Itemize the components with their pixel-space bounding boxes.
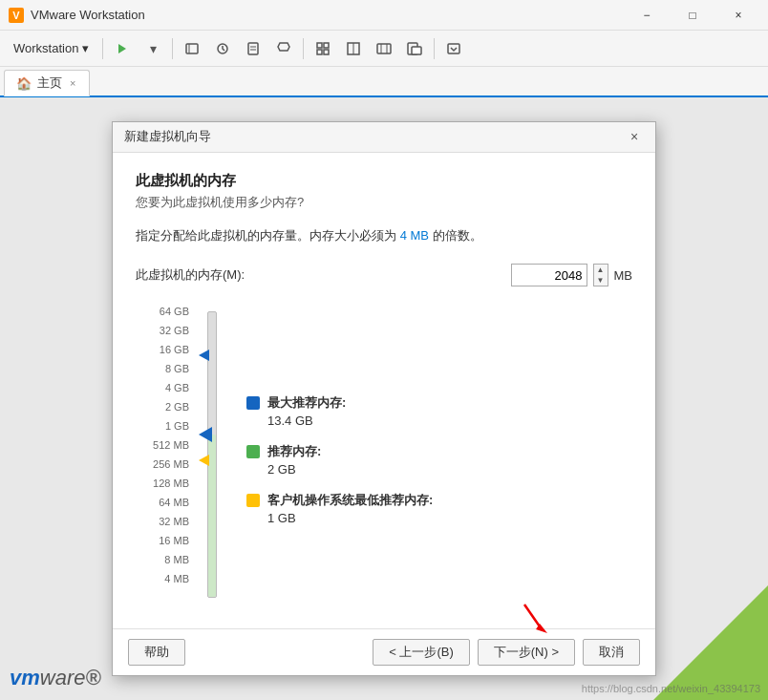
toolbar-btn-2[interactable] (209, 35, 236, 62)
spinner-down[interactable]: ▼ (594, 275, 608, 286)
toolbar-btn-7[interactable] (371, 35, 397, 62)
app-icon: V (8, 7, 25, 24)
cancel-button[interactable]: 取消 (583, 639, 640, 666)
app-title: VMware Workstation (31, 8, 625, 22)
back-button[interactable]: < 上一步(B) (373, 639, 470, 666)
minimize-button[interactable]: − (625, 0, 669, 31)
toolbar-btn-6[interactable] (340, 35, 367, 62)
dialog-section-title: 此虚拟机的内存 (136, 172, 632, 190)
watermark: https://blog.csdn.net/weixin_43394173 (582, 683, 760, 694)
legend-min-title: 客户机操作系统最低推荐内存: (267, 492, 433, 509)
svg-text:V: V (12, 10, 20, 21)
legend-rec-title: 推荐内存: (267, 443, 321, 460)
play-dropdown[interactable]: ▾ (139, 35, 166, 62)
toolbar-btn-8[interactable] (401, 35, 428, 62)
tab-bar: 🏠 主页 × (0, 67, 768, 97)
slider-thumb[interactable] (199, 427, 212, 442)
svg-rect-3 (186, 44, 198, 53)
help-button[interactable]: 帮助 (128, 639, 185, 666)
memory-input[interactable] (511, 264, 587, 286)
slider-labels: 64 GB 32 GB 16 GB 8 GB 4 GB 2 GB 1 GB 51… (136, 302, 193, 598)
dialog-description: 指定分配给此虚拟机的内存量。内存大小必须为 4 MB 的倍数。 (136, 226, 632, 245)
legend-area: 最大推荐内存: 13.4 GB 推荐内存: 2 GB (231, 321, 632, 598)
legend-max: 最大推荐内存: 13.4 GB (246, 394, 632, 428)
memory-label: 此虚拟机的内存(M): (136, 266, 250, 284)
slider-fill (208, 435, 216, 597)
slider-area: 64 GB 32 GB 16 GB 8 GB 4 GB 2 GB 1 GB 51… (136, 302, 632, 598)
title-bar: V VMware Workstation − □ × (0, 0, 768, 31)
dialog-overlay: 新建虚拟机向导 × 此虚拟机的内存 您要为此虚拟机使用多少内存? 指定分配给此虚… (0, 97, 768, 700)
toolbar-btn-9[interactable] (440, 35, 467, 62)
label-16gb: 16 GB (160, 340, 193, 359)
close-button[interactable]: × (716, 0, 760, 31)
memory-slider-track[interactable] (207, 311, 217, 598)
toolbar: Workstation ▾ ▾ (0, 31, 768, 67)
legend-min: 客户机操作系统最低推荐内存: 1 GB (246, 492, 632, 525)
svg-rect-12 (324, 50, 329, 54)
memory-unit: MB (614, 268, 633, 283)
legend-rec-dot (246, 445, 260, 458)
workstation-label: Workstation (13, 41, 78, 55)
toolbar-btn-3[interactable] (240, 35, 267, 62)
dialog-body: 此虚拟机的内存 您要为此虚拟机使用多少内存? 指定分配给此虚拟机的内存量。内存大… (113, 153, 655, 629)
desc-prefix: 指定分配给此虚拟机的内存量。内存大小必须为 (136, 228, 400, 243)
label-64gb: 64 GB (160, 302, 193, 321)
toolbar-sep-2 (172, 38, 173, 59)
toolbar-btn-4[interactable] (270, 35, 297, 62)
label-512mb: 512 MB (153, 435, 193, 455)
label-8gb: 8 GB (165, 359, 193, 378)
label-8mb: 8 MB (164, 550, 193, 569)
toolbar-btn-1[interactable] (179, 35, 205, 62)
dropdown-arrow: ▾ (82, 41, 89, 55)
legend-recommended: 推荐内存: 2 GB (246, 443, 632, 477)
toolbar-sep-4 (434, 38, 435, 59)
label-1gb: 1 GB (165, 416, 193, 435)
next-button[interactable]: 下一步(N) > (478, 639, 575, 666)
label-64mb: 64 MB (159, 493, 193, 512)
desc-highlight: 4 MB (400, 228, 429, 243)
dialog-footer: 帮助 < 上一步(B) 下一步(N) > 取消 (113, 628, 655, 675)
label-256mb: 256 MB (153, 455, 193, 474)
label-128mb: 128 MB (153, 474, 193, 493)
label-4gb: 4 GB (165, 378, 193, 397)
legend-max-title: 最大推荐内存: (267, 394, 346, 412)
label-32mb: 32 MB (159, 512, 193, 531)
min-memory-marker (199, 455, 209, 466)
toolbar-sep-3 (303, 38, 304, 59)
svg-rect-11 (317, 50, 322, 54)
svg-rect-6 (248, 43, 258, 54)
max-memory-marker (199, 350, 209, 361)
legend-min-value: 1 GB (267, 511, 632, 525)
workstation-menu[interactable]: Workstation ▾ (6, 34, 96, 63)
svg-rect-10 (324, 43, 329, 48)
play-button[interactable] (109, 35, 136, 62)
legend-max-value: 13.4 GB (267, 414, 632, 428)
window-controls: − □ × (625, 0, 760, 31)
main-area: vmware® 新建虚拟机向导 × 此虚拟机的内存 您要为此虚拟机使用多少内存?… (0, 97, 768, 700)
spinner-up[interactable]: ▲ (594, 265, 608, 275)
dialog-close-button[interactable]: × (625, 127, 644, 146)
tab-home[interactable]: 🏠 主页 × (4, 70, 90, 96)
legend-max-dot (246, 396, 260, 410)
new-vm-dialog: 新建虚拟机向导 × 此虚拟机的内存 您要为此虚拟机使用多少内存? 指定分配给此虚… (112, 121, 656, 677)
label-4mb: 4 MB (164, 569, 193, 588)
legend-rec-value: 2 GB (267, 462, 632, 477)
restore-button[interactable]: □ (671, 0, 715, 31)
svg-rect-20 (448, 44, 459, 53)
toolbar-btn-5[interactable] (309, 35, 336, 62)
dialog-title-bar: 新建虚拟机向导 × (113, 122, 655, 153)
svg-rect-9 (317, 43, 322, 48)
home-icon: 🏠 (16, 76, 32, 91)
memory-row: 此虚拟机的内存(M): ▲ ▼ MB (136, 264, 632, 286)
next-button-container: 下一步(N) > (478, 639, 575, 666)
tab-home-label: 主页 (37, 74, 62, 92)
tab-close-home[interactable]: × (68, 77, 77, 89)
svg-rect-15 (377, 44, 391, 53)
toolbar-sep-1 (102, 38, 103, 59)
legend-min-dot (246, 494, 260, 507)
memory-spinner: ▲ ▼ (593, 264, 608, 286)
memory-input-group: ▲ ▼ MB (511, 264, 633, 286)
slider-track-container (193, 311, 231, 598)
label-32gb: 32 GB (160, 321, 193, 340)
svg-marker-2 (118, 44, 126, 53)
